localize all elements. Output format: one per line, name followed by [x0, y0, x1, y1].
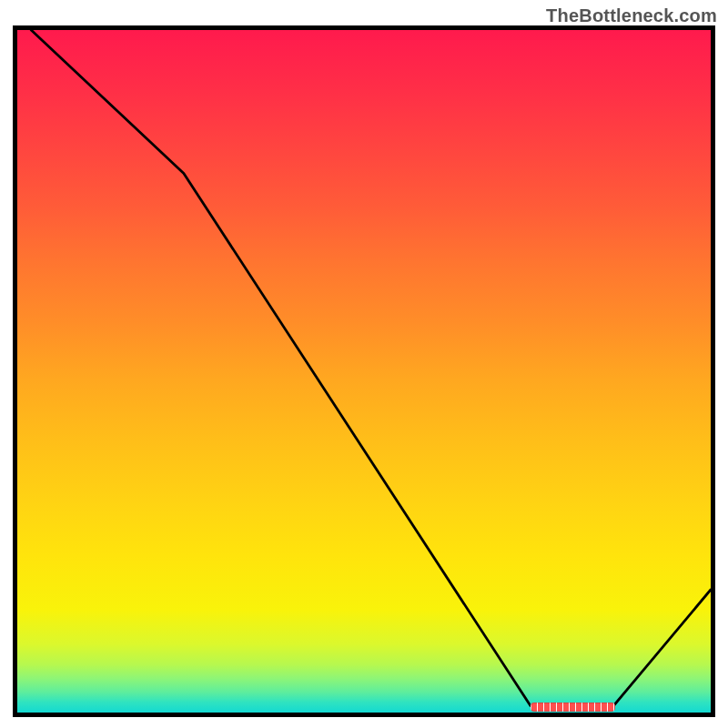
optimum-marker: [531, 703, 615, 712]
curve-path: [31, 30, 711, 706]
plot-area: [13, 25, 715, 717]
series-curve: [17, 30, 711, 713]
chart-container: TheBottleneck.com: [0, 0, 728, 728]
attribution-label: TheBottleneck.com: [546, 5, 717, 26]
